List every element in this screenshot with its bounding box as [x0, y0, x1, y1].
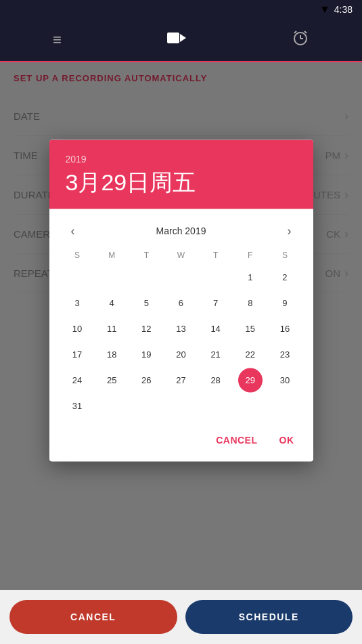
calendar-weekdays: S M T W T F S — [60, 247, 302, 262]
calendar-day[interactable]: 24 — [65, 368, 89, 392]
calendar-day[interactable]: 30 — [273, 368, 297, 392]
prev-month-button[interactable]: ‹ — [66, 221, 81, 240]
calendar-day[interactable]: 22 — [238, 342, 263, 366]
video-icon[interactable] — [167, 31, 186, 49]
calendar-day[interactable]: 14 — [204, 316, 228, 341]
calendar-day[interactable]: 27 — [168, 368, 193, 392]
calendar-day[interactable]: 25 — [99, 368, 124, 392]
next-month-button[interactable]: › — [282, 221, 297, 240]
calendar-day[interactable]: 10 — [65, 316, 89, 341]
status-time: 4:38 — [334, 4, 353, 15]
calendar-year: 2019 — [66, 153, 297, 164]
calendar-day[interactable]: 11 — [99, 316, 124, 341]
calendar-day — [168, 393, 193, 418]
calendar-day — [238, 393, 263, 418]
calendar-day[interactable]: 4 — [99, 291, 124, 315]
main-content: SET UP A RECORDING AUTOMATICALLY DATE › … — [0, 62, 362, 590]
calendar-day[interactable]: 26 — [134, 368, 158, 392]
calendar-day[interactable]: 19 — [134, 342, 158, 366]
calendar-day — [65, 265, 89, 289]
bottom-bar: CANCEL SCHEDULE — [0, 590, 362, 644]
calendar-day[interactable]: 1 — [238, 265, 263, 289]
svg-line-6 — [304, 31, 307, 33]
weekday-1: M — [95, 247, 129, 262]
calendar-actions: CANCEL OK — [49, 423, 313, 461]
calendar-day[interactable]: 17 — [65, 342, 89, 366]
calendar-header: 2019 3月29日周五 — [49, 139, 313, 209]
calendar-day[interactable]: 9 — [273, 291, 297, 315]
calendar-day — [204, 393, 228, 418]
calendar-day[interactable]: 12 — [134, 316, 158, 341]
calendar-day[interactable]: 6 — [168, 291, 193, 315]
calendar-day[interactable]: 13 — [168, 316, 193, 341]
calendar-day[interactable]: 16 — [273, 316, 297, 341]
calendar-dialog: 2019 3月29日周五 ‹ March 2019 › S M T W T F … — [49, 139, 313, 461]
weekday-4: T — [198, 247, 233, 262]
calendar-body: ‹ March 2019 › S M T W T F S 12345678910… — [49, 209, 313, 423]
calendar-day[interactable]: 28 — [204, 368, 228, 392]
calendar-day — [134, 393, 158, 418]
svg-rect-0 — [167, 33, 179, 43]
calendar-day — [168, 265, 193, 289]
calendar-day[interactable]: 3 — [65, 291, 89, 315]
calendar-day[interactable]: 7 — [204, 291, 228, 315]
calendar-date-title: 3月29日周五 — [66, 167, 297, 198]
weekday-3: W — [164, 247, 198, 262]
weekday-5: F — [233, 247, 267, 262]
calendar-day[interactable]: 2 — [273, 265, 297, 289]
calendar-day — [273, 393, 297, 418]
status-bar: ▼ 4:38 — [0, 0, 362, 19]
calendar-day[interactable]: 18 — [99, 342, 124, 366]
schedule-button[interactable]: SCHEDULE — [185, 600, 353, 634]
svg-marker-1 — [180, 34, 186, 42]
calendar-ok-button[interactable]: OK — [271, 429, 302, 450]
calendar-month-nav: ‹ March 2019 › — [60, 214, 302, 247]
calendar-day — [204, 265, 228, 289]
calendar-day[interactable]: 23 — [273, 342, 297, 366]
main-cancel-button[interactable]: CANCEL — [9, 600, 177, 634]
menu-icon[interactable]: ≡ — [53, 31, 62, 49]
calendar-day[interactable]: 8 — [238, 291, 263, 315]
top-nav: ≡ — [0, 19, 362, 62]
calendar-day — [134, 265, 158, 289]
weekday-2: T — [129, 247, 164, 262]
calendar-day — [99, 393, 124, 418]
calendar-day[interactable]: 15 — [238, 316, 263, 341]
wifi-icon: ▼ — [319, 3, 330, 16]
svg-line-5 — [294, 31, 296, 33]
calendar-month-label: March 2019 — [156, 226, 206, 236]
weekday-6: S — [267, 247, 302, 262]
calendar-day[interactable]: 21 — [204, 342, 228, 366]
calendar-day[interactable]: 5 — [134, 291, 158, 315]
calendar-day[interactable]: 29 — [238, 368, 263, 392]
calendar-days: 1234567891011121314151617181920212223242… — [60, 265, 302, 418]
alarm-icon[interactable] — [292, 29, 309, 51]
calendar-day[interactable]: 20 — [168, 342, 193, 366]
calendar-day[interactable]: 31 — [65, 393, 89, 418]
calendar-cancel-button[interactable]: CANCEL — [208, 429, 265, 450]
calendar-day — [99, 265, 124, 289]
calendar-grid: S M T W T F S 12345678910111213141516171… — [60, 247, 302, 418]
weekday-0: S — [60, 247, 95, 262]
